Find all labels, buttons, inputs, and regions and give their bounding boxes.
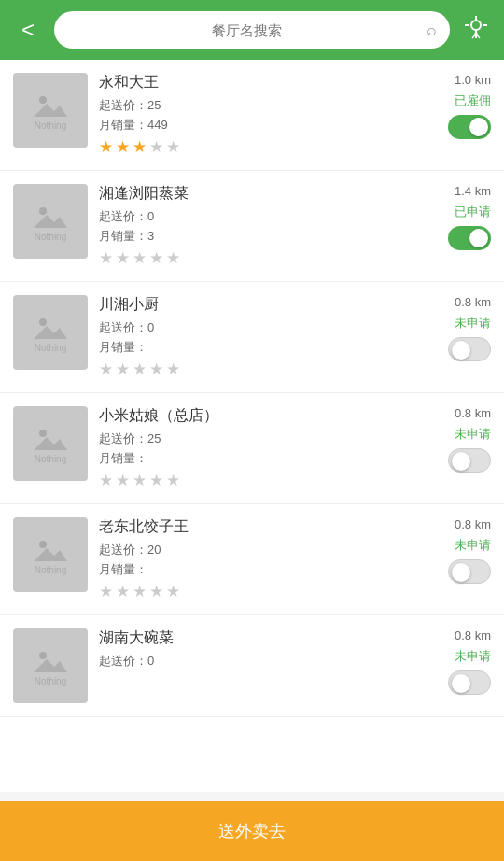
restaurant-status: 未申请	[455, 315, 491, 332]
restaurant-thumbnail: Nothing	[13, 517, 88, 592]
min-order: 起送价：0	[99, 653, 416, 670]
restaurant-status: 未申请	[455, 648, 491, 665]
restaurant-item[interactable]: Nothing 湘逢浏阳蒸菜起送价：0月销量：3★★★★★1.4 km已申请	[0, 171, 504, 282]
svg-point-14	[39, 541, 47, 548]
svg-point-0	[471, 21, 481, 30]
svg-point-11	[39, 430, 47, 437]
min-order: 起送价：25	[99, 97, 416, 114]
restaurant-toggle[interactable]	[448, 448, 491, 473]
restaurant-name: 小米姑娘（总店）	[99, 406, 416, 426]
restaurant-toggle[interactable]	[448, 559, 491, 584]
restaurant-distance: 1.4 km	[455, 184, 491, 198]
search-bar: ⌕	[54, 11, 450, 49]
restaurant-item[interactable]: Nothing 湖南大碗菜起送价：00.8 km未申请	[0, 615, 504, 717]
restaurant-right-section: 0.8 km未申请	[427, 517, 491, 584]
search-icon: ⌕	[427, 21, 437, 40]
restaurant-thumbnail: Nothing	[13, 295, 88, 370]
star-rating: ★★★★★	[99, 248, 416, 268]
restaurant-status: 未申请	[455, 537, 491, 554]
restaurant-info: 川湘小厨起送价：0月销量：★★★★★	[99, 295, 416, 379]
restaurant-thumbnail: Nothing	[13, 406, 88, 481]
restaurant-info: 永和大王起送价：25月销量：449★★★★★	[99, 73, 416, 157]
min-order: 起送价：0	[99, 208, 416, 225]
monthly-sales: 月销量：	[99, 450, 416, 467]
restaurant-status: 未申请	[455, 426, 491, 443]
restaurant-item[interactable]: Nothing 小米姑娘（总店）起送价：25月销量：★★★★★0.8 km未申请	[0, 393, 504, 504]
restaurant-info: 老东北饺子王起送价：20月销量：★★★★★	[99, 517, 416, 601]
min-order: 起送价：25	[99, 430, 416, 447]
delivery-button[interactable]: 送外卖去	[0, 801, 504, 861]
restaurant-name: 湘逢浏阳蒸菜	[99, 184, 416, 204]
svg-point-2	[39, 96, 47, 104]
restaurant-name: 永和大王	[99, 73, 416, 92]
restaurant-item[interactable]: Nothing 永和大王起送价：25月销量：449★★★★★1.0 km已雇佣	[0, 60, 504, 171]
restaurant-toggle[interactable]	[448, 670, 491, 695]
restaurant-distance: 0.8 km	[455, 295, 491, 309]
restaurant-status: 已雇佣	[455, 92, 491, 109]
restaurant-info: 湘逢浏阳蒸菜起送价：0月销量：3★★★★★	[99, 184, 416, 268]
restaurant-name: 川湘小厨	[99, 295, 416, 315]
star-rating: ★★★★★	[99, 137, 416, 157]
monthly-sales: 月销量：	[99, 561, 416, 578]
restaurant-distance: 1.0 km	[455, 73, 491, 87]
restaurant-info: 小米姑娘（总店）起送价：25月销量：★★★★★	[99, 406, 416, 490]
search-input[interactable]	[67, 22, 427, 38]
restaurant-toggle[interactable]	[448, 226, 491, 250]
svg-point-5	[39, 207, 47, 215]
star-rating: ★★★★★	[99, 582, 416, 601]
restaurant-right-section: 1.0 km已雇佣	[427, 73, 491, 139]
restaurant-name: 老东北饺子王	[99, 517, 416, 537]
min-order: 起送价：0	[99, 319, 416, 336]
restaurant-info: 湖南大碗菜起送价：0	[99, 628, 416, 672]
restaurant-toggle[interactable]	[448, 337, 491, 361]
restaurant-thumbnail: Nothing	[13, 73, 88, 148]
restaurant-toggle[interactable]	[448, 115, 491, 139]
monthly-sales: 月销量：3	[99, 228, 416, 245]
star-rating: ★★★★★	[99, 360, 416, 379]
star-rating: ★★★★★	[99, 471, 416, 490]
restaurant-right-section: 0.8 km未申请	[427, 628, 491, 695]
svg-point-8	[39, 318, 47, 326]
restaurant-distance: 0.8 km	[455, 406, 491, 420]
restaurant-thumbnail: Nothing	[13, 184, 88, 259]
svg-point-17	[39, 652, 47, 659]
min-order: 起送价：20	[99, 542, 416, 558]
restaurant-right-section: 1.4 km已申请	[427, 184, 491, 250]
location-button[interactable]	[459, 14, 493, 47]
restaurant-name: 湖南大碗菜	[99, 628, 416, 648]
restaurant-item[interactable]: Nothing 老东北饺子王起送价：20月销量：★★★★★0.8 km未申请	[0, 504, 504, 615]
restaurant-distance: 0.8 km	[455, 517, 491, 531]
monthly-sales: 月销量：	[99, 339, 416, 356]
restaurant-item[interactable]: Nothing 川湘小厨起送价：0月销量：★★★★★0.8 km未申请	[0, 282, 504, 393]
monthly-sales: 月销量：449	[99, 117, 416, 134]
header: < ⌕	[0, 0, 504, 60]
back-button[interactable]: <	[11, 17, 45, 43]
restaurant-right-section: 0.8 km未申请	[427, 406, 491, 473]
restaurant-list: Nothing 永和大王起送价：25月销量：449★★★★★1.0 km已雇佣 …	[0, 60, 504, 792]
restaurant-distance: 0.8 km	[455, 628, 491, 642]
restaurant-right-section: 0.8 km未申请	[427, 295, 491, 361]
restaurant-thumbnail: Nothing	[13, 628, 88, 703]
restaurant-status: 已申请	[455, 204, 491, 220]
